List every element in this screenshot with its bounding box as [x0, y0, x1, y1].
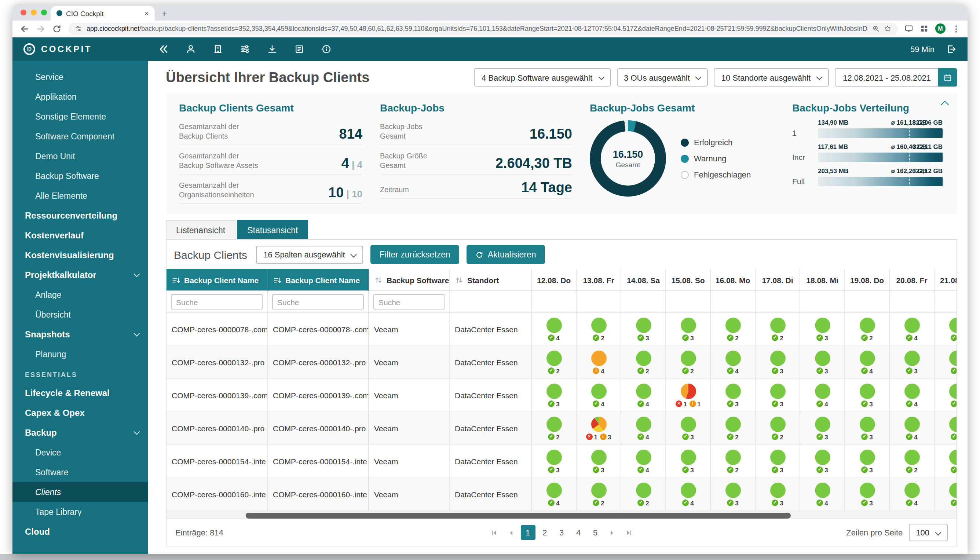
backup-status-cell[interactable]: ✓4 — [532, 478, 577, 511]
column-header-standort[interactable]: Standort — [450, 269, 532, 291]
page-button-1[interactable]: 1 — [520, 525, 535, 540]
calendar-button[interactable] — [938, 68, 957, 87]
forward-icon[interactable] — [36, 24, 45, 33]
backup-status-cell[interactable]: ✓3 — [800, 346, 845, 379]
backup-status-cell[interactable]: ✓4 — [621, 445, 666, 478]
column-header-backup-software[interactable]: Backup Software — [369, 269, 450, 291]
sidebar-item-tape-library[interactable]: Tape Library — [12, 502, 148, 522]
backup-status-cell[interactable]: ✓2 — [845, 313, 890, 346]
backup-status-cell[interactable]: ✓3 — [666, 445, 711, 478]
column-header-date-12-08-do[interactable]: 12.08. Do — [532, 269, 577, 291]
tab-close-icon[interactable]: × — [144, 9, 149, 17]
sidebar-item-übersicht[interactable]: Übersicht — [12, 304, 148, 324]
column-header-backup-client-name-1[interactable]: Backup Client Name — [167, 269, 268, 291]
backup-status-cell[interactable]: ✓3 — [935, 445, 957, 478]
sidebar-item-alle-elemente[interactable]: Alle Elemente — [12, 185, 148, 205]
sidebar-item-lifecycle-renewal[interactable]: Lifecycle & Renewal — [12, 383, 148, 403]
column-header-date-14-08-sa[interactable]: 14.08. Sa — [621, 269, 666, 291]
sidebar-item-device[interactable]: Device — [12, 442, 148, 462]
backup-status-cell[interactable]: ✓3 — [666, 313, 711, 346]
logout-icon[interactable] — [946, 44, 957, 54]
sidebar-item-demo-unit[interactable]: Demo Unit — [12, 146, 148, 166]
page-button-3[interactable]: 3 — [554, 525, 569, 540]
backup-status-cell[interactable]: ✓2 — [621, 478, 666, 511]
standort-filter-select[interactable]: 10 Standorte ausgewählt — [714, 68, 829, 87]
backup-status-cell[interactable]: ✓2 — [711, 313, 755, 346]
backup-status-cell[interactable]: ✓3 — [577, 445, 621, 478]
ou-filter-select[interactable]: 3 OUs ausgewählt — [617, 68, 708, 87]
backup-status-cell[interactable]: ✓3 — [845, 412, 890, 445]
reset-filters-button[interactable]: Filter zurücksetzen — [371, 245, 459, 264]
column-header-date-17-08-di[interactable]: 17.08. Di — [755, 269, 800, 291]
column-header-date-20-08-fr[interactable]: 20.08. Fr — [890, 269, 935, 291]
backup-status-cell[interactable]: ✓3 — [755, 346, 800, 379]
sidebar-item-service[interactable]: Service — [12, 67, 148, 87]
backup-status-cell[interactable]: ✓2 — [532, 412, 577, 445]
backup-status-cell[interactable]: ✓4 — [890, 412, 935, 445]
backup-status-cell[interactable]: ✓4 — [577, 379, 621, 412]
address-bar[interactable]: app.ciocockpit.net/backup/backup-clients… — [68, 22, 898, 35]
column-header-backup-client-name-2[interactable]: Backup Client Name — [268, 269, 369, 291]
columns-select[interactable]: 16 Spalten ausgewählt — [256, 245, 363, 264]
backup-status-cell[interactable]: ×1!3 — [577, 412, 621, 445]
backup-status-cell[interactable]: ✓2 — [532, 346, 577, 379]
new-tab-button[interactable]: + — [162, 9, 167, 18]
bookmark-star-icon[interactable] — [884, 25, 891, 32]
backup-status-cell[interactable]: ✓2 — [890, 445, 935, 478]
backup-status-cell[interactable]: ✓3 — [890, 346, 935, 379]
sidebar-item-kostenverlauf[interactable]: Kostenverlauf — [12, 225, 148, 245]
backup-status-cell[interactable]: ✓4 — [666, 478, 711, 511]
backup-status-cell[interactable]: ✓3 — [755, 379, 800, 412]
page-button-5[interactable]: 5 — [588, 525, 603, 540]
backup-status-cell[interactable]: ✓4 — [890, 478, 935, 511]
page-button-2[interactable]: 2 — [537, 525, 552, 540]
sidebar-item-planung[interactable]: Planung — [12, 344, 148, 364]
backup-status-cell[interactable]: ✓3 — [935, 412, 957, 445]
extensions-icon[interactable] — [920, 24, 928, 33]
page-prev-button[interactable] — [503, 525, 518, 540]
backup-status-cell[interactable]: ✓3 — [621, 313, 666, 346]
back-icon[interactable] — [20, 24, 29, 33]
tab-listenansicht[interactable]: Listenansicht — [166, 220, 235, 239]
backup-status-cell[interactable]: ✓2 — [621, 346, 666, 379]
sidebar-item-applikation[interactable]: Applikation — [12, 87, 148, 107]
backup-status-cell[interactable]: ✓4 — [621, 412, 666, 445]
backup-status-cell[interactable]: ✓3 — [845, 445, 890, 478]
building-icon[interactable] — [213, 44, 223, 54]
backup-status-cell[interactable]: ✓3 — [800, 412, 845, 445]
column-header-date-16-08-mo[interactable]: 16.08. Mo — [711, 269, 755, 291]
backup-status-cell[interactable]: ✓4 — [845, 346, 890, 379]
sidebar-item-snapshots[interactable]: Snapshots — [12, 324, 148, 344]
backup-status-cell[interactable]: ✓2 — [935, 379, 957, 412]
backup-status-cell[interactable]: ✓3 — [711, 379, 755, 412]
sidebar-item-software-component[interactable]: Software Component — [12, 126, 148, 146]
sidebar-item-backup[interactable]: Backup — [12, 422, 148, 442]
backup-status-cell[interactable]: ✓3 — [532, 379, 577, 412]
page-first-button[interactable] — [487, 525, 502, 540]
sidebar-item-sonstige-elemente[interactable]: Sonstige Elemente — [12, 107, 148, 126]
sidebar-item-projektkalkulator[interactable]: Projektkalkulator — [12, 265, 148, 285]
sidebar-item-backup-software[interactable]: Backup Software — [12, 166, 148, 185]
page-next-button[interactable] — [605, 525, 620, 540]
browser-tab[interactable]: CIO Cockpit × — [51, 6, 155, 20]
backup-status-cell[interactable]: ✓3 — [666, 412, 711, 445]
backup-status-cell[interactable]: ✓4 — [800, 478, 845, 511]
column-header-date-13-08-fr[interactable]: 13.08. Fr — [577, 269, 621, 291]
backup-status-cell[interactable]: ✓3 — [845, 379, 890, 412]
reload-icon[interactable] — [52, 24, 62, 33]
sidebar-item-ressourcenverteilung[interactable]: Ressourcenverteilung — [12, 205, 148, 225]
tab-statusansicht[interactable]: Statusansicht — [237, 220, 308, 239]
sidebar-item-software[interactable]: Software — [12, 462, 148, 482]
zoom-icon[interactable] — [872, 25, 880, 32]
download-icon[interactable] — [267, 44, 277, 54]
column-header-date-15-08-so[interactable]: 15.08. So — [666, 269, 711, 291]
backup-status-cell[interactable]: ✓3 — [711, 478, 755, 511]
column-header-date-19-08-do[interactable]: 19.08. Do — [845, 269, 890, 291]
column-header-date-21-08-sa[interactable]: 21.08. Sa — [935, 269, 957, 291]
backup-status-cell[interactable]: ✓3 — [935, 346, 957, 379]
scrollbar-thumb[interactable] — [245, 512, 790, 518]
backup-status-cell[interactable]: ✓4 — [935, 478, 957, 511]
user-icon[interactable] — [186, 44, 196, 54]
sidebar-item-anlage[interactable]: Anlage — [12, 285, 148, 304]
backup-software-filter-select[interactable]: 4 Backup Software ausgewählt — [474, 68, 611, 87]
